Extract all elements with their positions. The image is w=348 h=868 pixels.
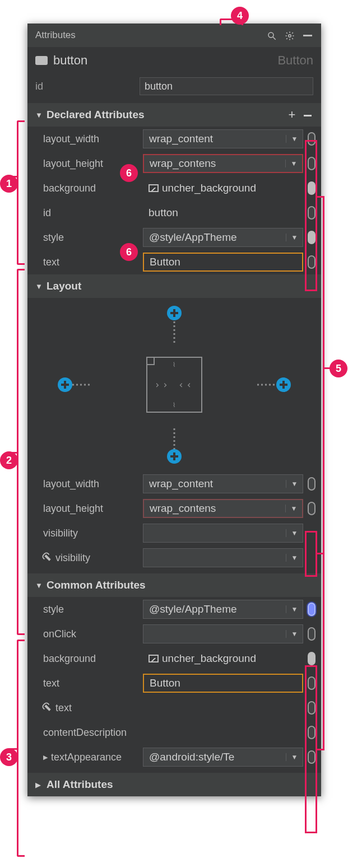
attr-dropdown[interactable]: wrap_content▼ xyxy=(143,129,303,148)
dropdown-arrow-icon[interactable]: ▼ xyxy=(286,529,303,537)
bracket-2 xyxy=(17,269,25,635)
dropdown-arrow-icon[interactable]: ▼ xyxy=(285,505,302,512)
attr-dropdown[interactable]: @android:style/Te▼ xyxy=(143,748,303,767)
attr-label: layout_width xyxy=(43,478,143,490)
attr-label-text: layout_width xyxy=(43,478,99,490)
attr-label-text: text xyxy=(43,256,59,268)
attr-value: @android:style/Te xyxy=(143,751,286,763)
resource-indicator[interactable] xyxy=(308,627,315,641)
id-input[interactable] xyxy=(140,77,313,95)
section-declared[interactable]: Declared Attributes + xyxy=(27,103,321,127)
dropdown-arrow-icon[interactable]: ▼ xyxy=(286,753,303,761)
attr-label: text xyxy=(43,702,143,714)
image-icon xyxy=(149,184,159,192)
callout-1: 1 xyxy=(0,175,18,193)
chevron-right-icon[interactable]: ▶ xyxy=(43,754,48,761)
component-row: button Button xyxy=(27,47,321,74)
attr-label-text: layout_height xyxy=(43,503,103,515)
bracket-1 xyxy=(17,120,25,265)
attr-dropdown[interactable]: ▼ xyxy=(143,548,303,567)
section-title: Layout xyxy=(47,280,315,292)
wrench-icon xyxy=(41,702,54,715)
callout-5: 5 xyxy=(330,360,347,377)
attr-label-text: layout_width xyxy=(43,133,99,145)
resource-indicator[interactable] xyxy=(308,603,315,616)
resource-indicator[interactable] xyxy=(308,652,315,665)
attr-dropdown[interactable]: ▼ xyxy=(143,524,303,543)
attr-value: button xyxy=(143,207,303,219)
attr-label: background xyxy=(43,183,143,194)
attr-label: layout_height xyxy=(43,503,143,515)
gear-icon[interactable] xyxy=(281,30,299,41)
section-all[interactable]: All Attributes xyxy=(27,773,321,796)
attr-value: wrap_content xyxy=(143,478,286,490)
attr-label-text: text xyxy=(55,702,72,714)
attr-row-layout-width: layout_widthwrap_content▼ xyxy=(27,472,321,496)
chevron-down-icon xyxy=(35,581,43,590)
section-common[interactable]: Common Attributes xyxy=(27,573,321,597)
attr-label: layout_width xyxy=(43,133,143,145)
section-layout[interactable]: Layout xyxy=(27,274,321,298)
dropdown-arrow-icon[interactable]: ▼ xyxy=(286,480,303,488)
attr-label-text: textAppearance xyxy=(51,752,122,763)
id-row: id xyxy=(27,74,321,103)
minimize-icon[interactable] xyxy=(299,30,317,41)
chevron-down-icon xyxy=(35,111,43,119)
chevron-down-icon xyxy=(35,282,43,291)
component-type: Button xyxy=(277,53,313,68)
attr-label-text: style xyxy=(43,232,64,244)
attr-field[interactable] xyxy=(143,723,303,742)
image-icon xyxy=(149,655,159,662)
attr-label: id xyxy=(43,207,143,219)
attr-row-id: idbutton xyxy=(27,200,321,225)
attr-field[interactable]: uncher_background xyxy=(143,179,303,198)
attr-label: background xyxy=(43,653,143,665)
attr-row-layout-height: layout_heightwrap_contens▼ xyxy=(27,496,321,521)
add-constraint-right[interactable] xyxy=(276,377,291,392)
attr-dropdown[interactable]: @style/AppTheme▼ xyxy=(143,600,303,619)
attr-row-style: style@style/AppTheme▼ xyxy=(27,225,321,250)
constraint-widget[interactable]: ⌇ ›› ‹‹ ⌇ xyxy=(27,298,321,472)
dropdown-arrow-icon[interactable]: ▼ xyxy=(285,160,302,167)
constraint-box[interactable]: ⌇ ›› ‹‹ ⌇ xyxy=(146,357,202,413)
bracket-3 xyxy=(17,640,25,857)
attr-field[interactable]: button xyxy=(143,203,303,222)
attr-label: visibility xyxy=(43,528,143,539)
attr-value: wrap_content xyxy=(143,133,286,145)
attr-dropdown[interactable]: ▼ xyxy=(143,624,303,643)
resource-indicator[interactable] xyxy=(308,502,315,515)
attr-label: contentDescription xyxy=(43,727,143,739)
attr-row-textappearance: ▶textAppearance@android:style/Te▼ xyxy=(27,745,321,769)
add-constraint-left[interactable] xyxy=(58,377,72,392)
attr-row-contentdescription: contentDescription xyxy=(27,720,321,745)
pill-highlight-declared xyxy=(305,140,317,291)
id-label: id xyxy=(35,81,131,92)
dropdown-arrow-icon[interactable]: ▼ xyxy=(286,135,303,143)
attr-field[interactable]: uncher_background xyxy=(143,649,303,668)
attr-label-text: contentDescription xyxy=(43,727,127,739)
attr-dropdown[interactable]: wrap_contens▼ xyxy=(143,154,303,173)
attr-field[interactable]: Button xyxy=(143,253,303,272)
dropdown-arrow-icon[interactable]: ▼ xyxy=(286,605,303,613)
remove-attribute-button[interactable] xyxy=(300,108,315,122)
dropdown-arrow-icon[interactable]: ▼ xyxy=(286,234,303,241)
add-attribute-button[interactable]: + xyxy=(284,108,300,122)
attr-label: style xyxy=(43,232,143,244)
attr-row-text: textButton xyxy=(27,250,321,274)
attr-field[interactable] xyxy=(143,698,303,717)
dropdown-arrow-icon[interactable]: ▼ xyxy=(286,554,303,562)
add-constraint-bottom[interactable] xyxy=(167,449,182,464)
attr-dropdown[interactable]: wrap_content▼ xyxy=(143,474,303,493)
dropdown-arrow-icon[interactable]: ▼ xyxy=(286,630,303,638)
search-icon[interactable] xyxy=(263,30,281,41)
callout-6a: 6 xyxy=(120,164,138,182)
attr-label: visibility xyxy=(43,552,143,564)
attr-row-style: style@style/AppTheme▼ xyxy=(27,597,321,622)
attr-field[interactable]: Button xyxy=(143,674,303,693)
attr-row-visibility: visibility▼ xyxy=(27,521,321,545)
attr-value: Button xyxy=(144,677,302,689)
attr-dropdown[interactable]: wrap_contens▼ xyxy=(143,499,303,518)
resource-indicator[interactable] xyxy=(308,477,315,491)
add-constraint-top[interactable] xyxy=(167,306,182,320)
attr-dropdown[interactable]: @style/AppTheme▼ xyxy=(143,228,303,247)
